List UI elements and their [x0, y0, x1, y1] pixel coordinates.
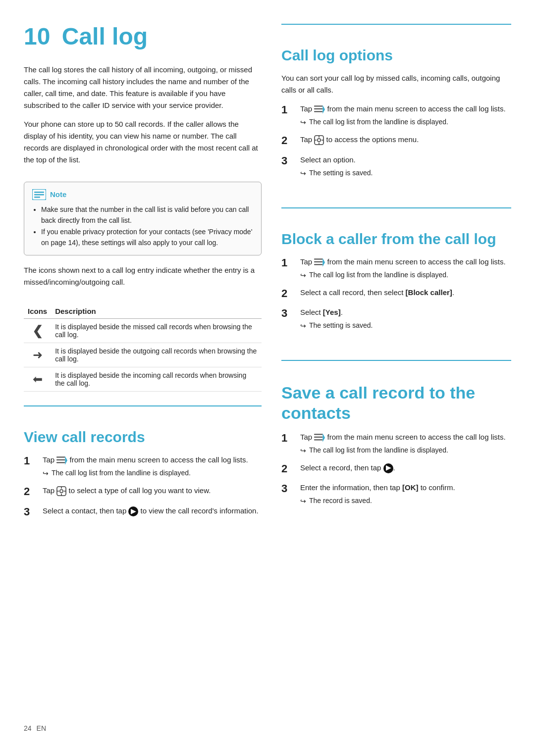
- step-2-content: Tap to select a type of call log you wan…: [43, 485, 262, 497]
- save-step-2: 2 Select a record, then tap ▶.: [281, 462, 511, 476]
- settings-icon: [56, 486, 66, 496]
- block-divider: [281, 207, 511, 208]
- svg-rect-12: [34, 194, 44, 196]
- options-step-1-sub: ↪ The call log list from the landline is…: [300, 117, 511, 128]
- save-step-num-2: 2: [281, 462, 295, 476]
- options-step-1: 1 Tap from the main menu screen to acces…: [281, 103, 511, 128]
- save-step-3-sub-text: The record is saved.: [309, 496, 372, 506]
- save-step-3-text: Enter the information, then tap [OK] to …: [300, 483, 455, 492]
- options-step-num-3: 3: [281, 154, 295, 168]
- block-step-2-text: Select a call record, then select [Block…: [300, 288, 454, 297]
- note-label: Note: [50, 190, 66, 199]
- svg-rect-24: [314, 105, 322, 106]
- view-step-3: 3 Select a contact, then tap ▶ to view t…: [24, 505, 262, 519]
- block-step-3: 3 Select [Yes]. ↪ The setting is saved.: [281, 306, 511, 331]
- options-step-3-text: Select an option.: [300, 155, 356, 164]
- icons-table: Icons Description ❮ It is displayed besi…: [24, 304, 262, 392]
- save-divider: [281, 360, 511, 361]
- svg-rect-16: [56, 462, 65, 463]
- call-log-options-title: Call log options: [281, 47, 511, 64]
- view-section-divider: [24, 405, 262, 406]
- call-log-options-steps: 1 Tap from the main menu screen to acces…: [281, 103, 511, 185]
- intro-text-1: The call log stores the call history of …: [24, 64, 262, 111]
- view-steps-list: 1 Tap from the main menu screen to acces…: [24, 454, 262, 525]
- note-header: Note: [32, 189, 253, 200]
- step-3-content: Select a contact, then tap ▶ to view the…: [43, 505, 262, 517]
- note-list: Make sure that the number in the call li…: [32, 204, 253, 249]
- svg-rect-39: [314, 436, 322, 437]
- save-step-1-content: Tap from the main menu screen to access …: [300, 431, 511, 456]
- svg-rect-14: [56, 457, 65, 458]
- intro-text-2: Your phone can store up to 50 call recor…: [24, 118, 262, 166]
- menu-icon: [314, 258, 325, 267]
- svg-rect-13: [34, 197, 40, 198]
- block-step-3-sub-text: The setting is saved.: [309, 320, 373, 331]
- missed-call-desc: It is displayed beside the missed call r…: [51, 319, 262, 343]
- step-3-text: Select a contact, then tap ▶ to view the…: [43, 506, 259, 515]
- note-box: Note Make sure that the number in the ca…: [24, 182, 262, 256]
- table-header-icons: Icons: [24, 304, 51, 319]
- options-divider: [281, 24, 511, 25]
- table-row: ➜ It is displayed beside the outgoing ca…: [24, 343, 262, 367]
- svg-rect-38: [314, 434, 322, 435]
- step-1-sub-text: The call log list from the landline is d…: [52, 468, 191, 478]
- block-step-num-2: 2: [281, 287, 295, 301]
- chapter-number: 10: [24, 23, 50, 50]
- svg-rect-25: [314, 108, 322, 109]
- right-column: Call log options You can sort your call …: [281, 24, 511, 732]
- options-step-3-sub-text: The setting is saved.: [309, 168, 373, 178]
- save-step-1-sub: ↪ The call log list from the landline is…: [300, 445, 511, 456]
- svg-rect-15: [56, 459, 65, 460]
- sub-arrow: ↪: [300, 117, 306, 128]
- block-step-3-sub: ↪ The setting is saved.: [300, 320, 511, 331]
- sub-arrow: ↪: [300, 496, 306, 506]
- options-step-1-sub-text: The call log list from the landline is d…: [309, 117, 448, 127]
- menu-icon: [314, 433, 325, 442]
- svg-marker-27: [323, 105, 325, 113]
- save-step-1-sub-text: The call log list from the landline is d…: [309, 445, 448, 455]
- sub-arrow: ↪: [300, 168, 306, 179]
- sub-arrow: ↪: [300, 270, 306, 281]
- icons-intro: The icons shown next to a call log entry…: [24, 264, 262, 288]
- block-step-2-content: Select a call record, then select [Block…: [300, 287, 511, 299]
- options-step-3: 3 Select an option. ↪ The setting is sav…: [281, 154, 511, 179]
- block-step-1-text: Tap from the main menu screen to access …: [300, 257, 506, 266]
- svg-rect-35: [314, 261, 322, 262]
- options-step-1-content: Tap from the main menu screen to access …: [300, 103, 511, 128]
- block-step-1-sub-text: The call log list from the landline is d…: [309, 270, 448, 280]
- save-step-3: 3 Enter the information, then tap [OK] t…: [281, 482, 511, 506]
- note-item-1: Make sure that the number in the call li…: [41, 204, 253, 226]
- view-step-2: 2 Tap to select a type of call log you w…: [24, 485, 262, 499]
- step-num-3: 3: [24, 505, 38, 519]
- step-2-text: Tap to select a type of call log you wan…: [43, 486, 211, 495]
- circle-icon: ▶: [128, 506, 138, 516]
- svg-rect-40: [314, 439, 322, 440]
- save-step-1: 1 Tap from the main menu screen to acces…: [281, 431, 511, 456]
- svg-point-29: [318, 139, 321, 142]
- svg-rect-36: [314, 264, 322, 265]
- step-num-1: 1: [24, 454, 38, 468]
- save-step-2-content: Select a record, then tap ▶.: [300, 462, 511, 474]
- save-step-num-3: 3: [281, 482, 295, 496]
- step-1-sub: ↪ The call log list from the landline is…: [43, 468, 262, 479]
- svg-rect-11: [34, 192, 44, 193]
- options-step-num-2: 2: [281, 134, 295, 148]
- block-step-3-content: Select [Yes]. ↪ The setting is saved.: [300, 306, 511, 331]
- incoming-call-desc: It is displayed beside the incoming call…: [51, 367, 262, 392]
- chapter-name: Call log: [62, 23, 148, 50]
- footer-page-num: 24: [24, 724, 32, 732]
- save-step-3-sub: ↪ The record is saved.: [300, 496, 511, 506]
- table-header-desc: Description: [51, 304, 262, 319]
- view-section-title: View call records: [24, 428, 262, 446]
- chapter-title: 10 Call log: [24, 24, 262, 50]
- options-step-2-content: Tap to access the options menu.: [300, 134, 511, 146]
- sub-arrow: ↪: [300, 446, 306, 456]
- settings-icon: [314, 135, 324, 145]
- block-step-1-sub: ↪ The call log list from the landline is…: [300, 270, 511, 281]
- step-num-2: 2: [24, 485, 38, 499]
- table-row: ❮ It is displayed beside the missed call…: [24, 319, 262, 343]
- options-step-3-sub: ↪ The setting is saved.: [300, 168, 511, 179]
- save-section-title: Save a call record to the contacts: [281, 383, 511, 423]
- missed-call-icon: ❮: [24, 319, 51, 343]
- svg-point-19: [60, 490, 63, 493]
